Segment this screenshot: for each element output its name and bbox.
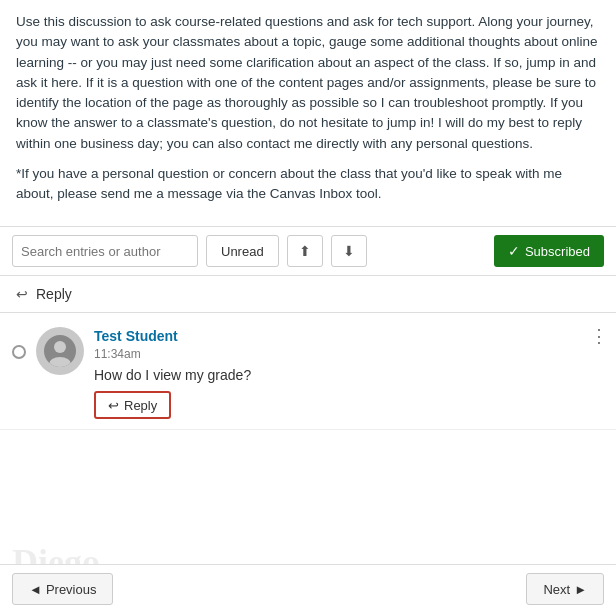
previous-button[interactable]: ◄ Previous [12,573,113,605]
description-paragraph2: *If you have a personal question or conc… [16,164,600,205]
toolbar: Unread ⬆ ⬇ ✓ Subscribed [0,227,616,276]
post-author[interactable]: Test Student [94,328,178,344]
post-text: How do I view my grade? [94,367,608,383]
post-list: Test Student ⋮ 11:34am How do I view my … [0,313,616,434]
reply-label: Reply [36,286,72,302]
reply-bar[interactable]: ↩ Reply [0,276,616,313]
unread-button[interactable]: Unread [206,235,279,267]
post-menu-icon[interactable]: ⋮ [590,327,608,345]
post-reply-button[interactable]: ↩ Reply [94,391,171,419]
next-button[interactable]: Next ► [526,573,604,605]
collapse-icon-button[interactable]: ⬆ [287,235,323,267]
post-reply-label: Reply [124,398,157,413]
expand-icon-button[interactable]: ⬇ [331,235,367,267]
post-header: Test Student ⋮ [94,327,608,345]
previous-label: Previous [46,582,97,597]
post-content: Test Student ⋮ 11:34am How do I view my … [94,327,608,419]
post-time: 11:34am [94,347,608,361]
reply-icon: ↩ [16,286,28,302]
description-section: Use this discussion to ask course-relate… [0,0,616,227]
avatar-image [44,335,76,367]
next-label: Next [543,582,570,597]
post-reply-icon: ↩ [108,398,119,413]
description-paragraph1: Use this discussion to ask course-relate… [16,12,600,154]
post-unread-indicator [12,345,26,359]
next-icon: ► [574,582,587,597]
table-row: Test Student ⋮ 11:34am How do I view my … [0,317,616,430]
subscribed-label: Subscribed [525,244,590,259]
subscribed-check-icon: ✓ [508,243,520,259]
footer-nav: ◄ Previous Next ► [0,564,616,613]
previous-icon: ◄ [29,582,42,597]
post-actions: ↩ Reply [94,391,608,419]
subscribed-button[interactable]: ✓ Subscribed [494,235,604,267]
avatar [36,327,84,375]
search-input[interactable] [12,235,198,267]
